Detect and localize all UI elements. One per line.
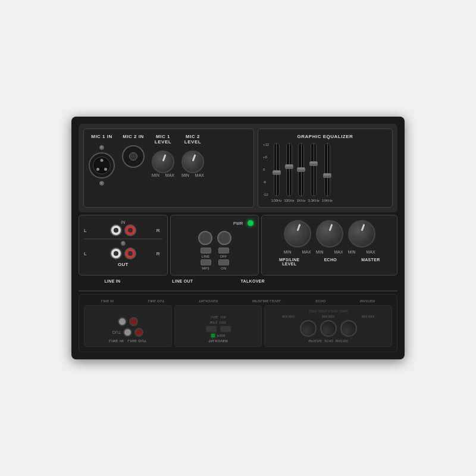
talkover-btn-1[interactable] (198, 231, 212, 245)
rca-out-red[interactable] (124, 248, 136, 259)
mic1-level-knob[interactable] (152, 151, 174, 173)
xlr-pin-2 (96, 168, 99, 171)
slider-thumb-33khz[interactable] (309, 161, 318, 166)
on-label: ON (221, 267, 226, 270)
refl-freq1: 100Hz (309, 309, 317, 313)
off-on-switch: OFF ON (218, 248, 229, 270)
eq-slider-100hz: 100Hz (271, 143, 281, 202)
screw-top-left (99, 145, 104, 150)
rca-center-2 (128, 228, 133, 233)
mic2-min: MIN (181, 173, 189, 177)
mic1-level-col: MIC 1LEVEL MIN MAX (152, 134, 174, 177)
slider-track-100hz[interactable] (274, 143, 280, 196)
mp3-max: MAX (302, 250, 311, 254)
refl-off-label: OFF (220, 321, 227, 324)
refl-line-out: LINE OUT (128, 339, 147, 343)
mp3-label: MP3 (202, 267, 209, 270)
talkover-bottom-label: TALKOVER (219, 278, 287, 284)
refl-min3: MIN MAX (362, 315, 374, 318)
mic2-level-knob-container: MIN MAX (181, 151, 204, 177)
eq-slider-1khz: 1KHz (297, 143, 306, 202)
mp3-switch-btn[interactable] (201, 259, 211, 265)
slider-line-4 (314, 143, 314, 196)
pwr-label: PWR (233, 221, 243, 226)
off-label: OFF (220, 255, 227, 258)
rca-out-white[interactable] (110, 248, 122, 259)
talkover-buttons (198, 231, 231, 245)
refl-pwr-label: PWR (217, 334, 226, 337)
slider-line (276, 143, 277, 196)
mic1-level-knob-container: MIN MAX (152, 151, 174, 177)
refl-bottom-echo: ECHO (315, 299, 325, 303)
mp3-level-knob[interactable] (284, 220, 311, 248)
line-switch-btn[interactable] (201, 248, 211, 253)
eq-slider-33khz: 3.3KHz (308, 143, 320, 202)
talkover-btn-2[interactable] (217, 231, 231, 245)
refl-rca-r1 (134, 328, 143, 337)
slider-thumb-330hz[interactable] (285, 164, 293, 169)
slider-thumb-10khz[interactable] (323, 173, 331, 178)
mic2-min-max: MIN MAX (181, 173, 204, 177)
mic2-level-knob[interactable] (181, 151, 204, 173)
echo-knob[interactable] (316, 220, 343, 248)
trs-connector[interactable] (122, 145, 145, 168)
echo-min: MIN (316, 250, 324, 254)
refl-level-label: MP3/LINE ECHO MASTER (268, 339, 388, 343)
echo-label: ECHO (324, 256, 337, 267)
refl-bottom-mp3line: MP3/LINE LEVEL (252, 299, 281, 303)
rca-in-red[interactable] (124, 224, 136, 236)
xlr-connector[interactable] (89, 152, 115, 178)
refl-knob-2 (320, 320, 337, 337)
off-switch-btn[interactable] (218, 248, 229, 253)
master-col: MIN MAX (348, 220, 375, 254)
slider-line-5 (327, 143, 328, 196)
slider-track-1khz[interactable] (298, 143, 304, 196)
on-switch-btn[interactable] (218, 259, 229, 265)
eq-scale-plus6: +6 (263, 155, 269, 159)
slider-thumb-100hz[interactable] (273, 170, 281, 175)
mic1-input-group: MIC 1 IN (89, 134, 115, 186)
slider-track-330hz[interactable] (286, 143, 292, 196)
xlr-inner (93, 156, 111, 174)
refl-knob-1 (300, 320, 317, 337)
echo-min-max: MIN MAX (316, 250, 343, 254)
eq-section: GRAPHIC EQUALIZER +12 +6 0 -6 -12 (258, 129, 393, 208)
slider-track-10khz[interactable] (324, 143, 330, 196)
rca-in-white[interactable] (110, 224, 122, 236)
refl-rca-w1 (123, 328, 132, 337)
mic1-min: MIN (152, 173, 159, 177)
eq-scale-plus12: +12 (263, 143, 269, 146)
mic-section: MIC 1 IN MIC 2 IN (83, 129, 254, 208)
line-in-row: L R (84, 224, 162, 236)
refl-line-in: LINE IN (109, 339, 124, 343)
refl-bottom-linein: LINE IN (101, 299, 114, 303)
master-knob[interactable] (348, 220, 375, 248)
refl-sw1 (206, 326, 217, 332)
eq-freq-33khz: 3.3KHz (308, 199, 320, 202)
refl-bottom-lineout: LINE OUT (148, 299, 165, 303)
talkover-panel: PWR LINE MP3 OFF ON (170, 215, 259, 275)
rca-out-center (114, 251, 118, 256)
refl-sw2 (220, 326, 231, 332)
mic1-max: MAX (165, 173, 174, 177)
power-led (248, 220, 253, 226)
mic1-level-label: MIC 1LEVEL (155, 134, 171, 145)
pwr-row: PWR (176, 220, 254, 226)
refl-mp3-label: MP3 (209, 321, 217, 324)
line-out-row: L R (84, 248, 162, 259)
top-panel: MIC 1 IN MIC 2 IN (79, 124, 397, 212)
slider-thumb-1khz[interactable] (297, 167, 305, 172)
refl-knob-3 (340, 320, 357, 337)
refl-rca-r2 (129, 317, 138, 326)
refl-bottom-master: MASTER (360, 299, 375, 303)
screw-center (121, 241, 126, 246)
xlr-pin-1 (101, 159, 104, 162)
refl-out-label: OUT (112, 330, 121, 334)
eq-freq-1khz: 1KHz (297, 199, 306, 202)
line-out-l-label: L (84, 251, 90, 256)
line-switch: LINE MP3 (201, 248, 211, 270)
divider (84, 239, 162, 239)
slider-track-33khz[interactable] (311, 143, 317, 196)
line-out-r-label: R (156, 251, 162, 256)
eq-freq-10khz: 10KHz (322, 199, 333, 202)
